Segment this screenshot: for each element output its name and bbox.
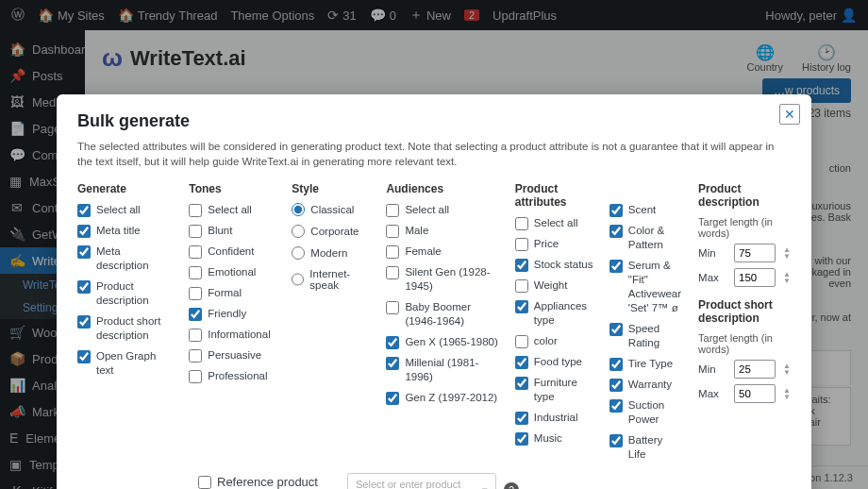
option-checkbox[interactable]: Friendly: [189, 307, 275, 321]
option-radio[interactable]: Classical: [292, 203, 369, 216]
option-checkbox[interactable]: Blunt: [189, 224, 275, 238]
option-radio[interactable]: Modern: [292, 246, 369, 260]
stepper-icon[interactable]: ▲▼: [783, 387, 791, 400]
option-checkbox[interactable]: Music: [515, 431, 598, 446]
option-checkbox[interactable]: Battery Life: [609, 433, 681, 462]
option-checkbox[interactable]: Gen Z (1997-2012): [386, 391, 497, 405]
help-icon[interactable]: ?: [504, 482, 519, 489]
option-checkbox[interactable]: Weight: [515, 278, 598, 293]
modal-description: The selected attributes will be consider…: [77, 139, 791, 169]
option-checkbox[interactable]: Emotional: [189, 265, 275, 279]
desc-max-input[interactable]: [734, 268, 776, 287]
option-checkbox[interactable]: Industrial: [515, 411, 598, 425]
option-checkbox[interactable]: Serum & "Fit" Activewear 'Set' 7™ ø: [609, 259, 681, 315]
option-checkbox[interactable]: Select all: [189, 203, 275, 217]
option-checkbox[interactable]: Female: [386, 244, 497, 259]
short-desc-heading: Product short description: [698, 298, 791, 325]
option-checkbox[interactable]: Furniture type: [515, 376, 598, 404]
close-button[interactable]: ✕: [779, 104, 800, 125]
option-checkbox[interactable]: Gen X (1965-1980): [386, 335, 497, 349]
option-checkbox[interactable]: Confident: [189, 244, 275, 259]
option-checkbox[interactable]: Meta description: [77, 244, 172, 273]
option-checkbox[interactable]: Male: [386, 224, 497, 238]
stepper-icon[interactable]: ▲▼: [783, 363, 791, 376]
option-radio[interactable]: Internet-speak: [292, 268, 369, 291]
option-checkbox[interactable]: Professional: [189, 369, 275, 383]
option-checkbox[interactable]: Informational: [189, 328, 275, 342]
option-checkbox[interactable]: Product short description: [77, 314, 172, 343]
option-checkbox[interactable]: Food type: [515, 355, 598, 369]
option-checkbox[interactable]: color: [515, 334, 598, 348]
option-checkbox[interactable]: Speed Rating: [609, 322, 681, 350]
reference-product-checkbox[interactable]: Reference product (BETA): [198, 475, 340, 489]
option-checkbox[interactable]: Price: [515, 237, 598, 251]
option-checkbox[interactable]: Appliances type: [515, 299, 598, 328]
desc-heading: Product description: [698, 182, 791, 209]
modal-overlay: ✕ Bulk generate The selected attributes …: [0, 0, 868, 489]
chevron-down-icon: ▾: [482, 484, 488, 489]
close-icon: ✕: [784, 107, 795, 122]
reference-product-select[interactable]: Select or enter product name▾: [347, 473, 496, 489]
option-checkbox[interactable]: Scent: [609, 203, 681, 217]
desc-min-input[interactable]: [734, 244, 776, 262]
option-checkbox[interactable]: Baby Boomer (1946-1964): [386, 300, 497, 329]
short-min-input[interactable]: [734, 360, 776, 379]
option-checkbox[interactable]: Select all: [386, 203, 497, 217]
stepper-icon[interactable]: ▲▼: [783, 271, 791, 284]
short-max-input[interactable]: [734, 384, 776, 403]
option-radio[interactable]: Corporate: [292, 225, 369, 238]
option-checkbox[interactable]: Color & Pattern: [609, 224, 681, 252]
option-checkbox[interactable]: Stock status: [515, 258, 598, 272]
option-checkbox[interactable]: Warranty: [609, 378, 681, 392]
option-checkbox[interactable]: Persuasive: [189, 348, 275, 363]
option-checkbox[interactable]: Meta title: [77, 224, 172, 238]
option-checkbox[interactable]: Open Graph text: [77, 349, 172, 378]
stepper-icon[interactable]: ▲▼: [783, 246, 791, 260]
option-checkbox[interactable]: Suction Power: [609, 398, 681, 427]
option-checkbox[interactable]: Millenial (1981-1996): [386, 356, 497, 384]
option-checkbox[interactable]: Tire Type: [609, 357, 681, 371]
option-checkbox[interactable]: Product description: [77, 279, 172, 308]
modal-title: Bulk generate: [77, 111, 791, 131]
bulk-generate-modal: ✕ Bulk generate The selected attributes …: [57, 94, 811, 489]
option-checkbox[interactable]: Formal: [189, 286, 275, 300]
option-checkbox[interactable]: Silent Gen (1928-1945): [386, 265, 497, 294]
option-checkbox[interactable]: Select all: [77, 203, 172, 217]
option-checkbox[interactable]: Select all: [515, 216, 598, 230]
